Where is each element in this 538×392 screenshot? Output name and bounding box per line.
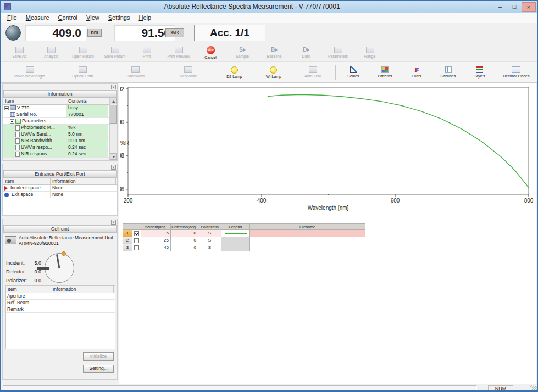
measurement-row: 1 5 0 S <box>123 230 365 237</box>
close-panel-icon[interactable]: x <box>111 165 116 170</box>
tree-row[interactable]: Parameters <box>3 118 109 125</box>
maximize-button[interactable]: □ <box>507 2 522 12</box>
filename-cell[interactable] <box>250 244 365 251</box>
menu-view[interactable]: View <box>82 13 104 23</box>
print-preview-button[interactable]: Print Preview <box>163 44 194 61</box>
print-button[interactable]: Print <box>131 44 162 61</box>
column-header-item: Item <box>3 98 66 104</box>
tree-row[interactable]: NIR Bandwidth 20.0 nm <box>3 138 109 144</box>
patterns-button[interactable]: Patterns <box>370 64 401 81</box>
filename-cell[interactable] <box>250 237 365 244</box>
save-as-button[interactable]: Save As <box>4 44 35 61</box>
incident-cell[interactable]: 25 <box>141 237 171 244</box>
menu-file[interactable]: File <box>3 13 21 23</box>
save-param-icon <box>111 47 119 53</box>
menu-bar: File Measure Control View Settings Help <box>1 13 537 23</box>
polarization-cell[interactable]: S <box>198 237 221 244</box>
tree-row[interactable]: Photometric M... %R <box>3 125 109 131</box>
cell-unit-row[interactable]: Aperture <box>6 293 115 300</box>
cell-unit-row[interactable]: Ref. Beam <box>6 300 115 306</box>
initialize-button[interactable]: Initialize <box>83 352 114 361</box>
column-header-item: Item <box>6 286 51 293</box>
scrollbar-thumb[interactable] <box>110 105 117 124</box>
move-wavelength-button[interactable]: Move Wavelength <box>4 64 56 81</box>
decimal-places-button[interactable]: Decimal Places <box>496 64 536 81</box>
gridlines-button[interactable]: Gridlines <box>433 64 464 81</box>
setting-button[interactable]: Setting... <box>83 365 114 373</box>
tree-row[interactable]: NIR respons... 0.24 sec <box>3 151 109 158</box>
menu-settings[interactable]: Settings <box>104 13 135 23</box>
close-panel-icon[interactable]: x <box>111 220 116 225</box>
resize-grip[interactable] <box>530 385 537 391</box>
row-enabled-checkbox[interactable] <box>134 238 139 243</box>
filename-cell[interactable] <box>250 230 365 237</box>
open-param-icon <box>79 47 87 53</box>
legend-header: Legend <box>221 223 250 230</box>
styles-button[interactable]: Styles <box>464 64 495 81</box>
y-tick-label: 86 <box>120 186 124 192</box>
collapse-toggle-icon[interactable] <box>10 119 14 124</box>
d2-lamp-icon <box>231 66 238 74</box>
row-number[interactable]: 2 <box>123 237 132 244</box>
scroll-down-icon[interactable] <box>110 153 117 160</box>
response-button[interactable]: Response <box>163 64 214 81</box>
polarization-cell[interactable]: S <box>198 230 221 237</box>
goniometer-diagram <box>45 253 74 283</box>
bandwidth-button[interactable]: Bandwidth <box>109 64 161 81</box>
detection-cell[interactable]: 0 <box>171 244 198 251</box>
range-button[interactable]: Range <box>354 44 385 61</box>
minimize-button[interactable]: – <box>493 2 507 12</box>
menu-control[interactable]: Control <box>54 13 82 23</box>
close-panel-icon[interactable]: x <box>111 85 116 89</box>
x-tick-label: 200 <box>124 198 133 204</box>
optical-path-button[interactable]: Optical Path <box>57 64 108 81</box>
detection-cell[interactable]: 0 <box>171 230 198 237</box>
column-header-contents: Contents <box>66 98 108 104</box>
fonts-button[interactable]: FFonts <box>401 64 432 81</box>
dark-button[interactable]: DDark <box>291 44 321 61</box>
sample-button[interactable]: SSample <box>227 44 258 61</box>
detection-cell[interactable]: 0 <box>171 237 198 244</box>
app-icon <box>4 3 11 10</box>
tree-row[interactable]: Serial No. 770001 <box>3 111 109 118</box>
cancel-button[interactable]: STOPCancel <box>195 44 226 61</box>
incident-cell[interactable]: 5 <box>141 230 171 237</box>
tree-row[interactable]: UV/Vis Band... 5.0 nm <box>3 131 109 138</box>
menu-measure[interactable]: Measure <box>21 13 54 23</box>
title-bar: Absolute Reflectance Spectra Measurement… <box>1 1 537 13</box>
range-icon <box>366 47 374 53</box>
scales-button[interactable]: Scales <box>338 64 369 81</box>
cell-unit-panel: x Cell unit Auto Absolute Reflectance Me… <box>2 219 118 380</box>
scales-icon <box>350 66 357 73</box>
row-enabled-checkbox[interactable] <box>134 231 139 236</box>
tree-row[interactable]: UV/Vis respo... 0.24 sec <box>3 144 109 151</box>
wi-lamp-button[interactable]: WI Lamp <box>254 64 292 81</box>
collapse-toggle-icon[interactable] <box>4 106 9 110</box>
row-enabled-checkbox[interactable] <box>134 245 139 250</box>
port-row[interactable]: Incident space None <box>3 185 117 192</box>
baseline-button[interactable]: BBaseline <box>259 44 290 61</box>
tree-row[interactable]: V-770 busy <box>3 105 109 111</box>
auto-zero-button[interactable]: Auto Zero <box>294 64 332 81</box>
save-param-button[interactable]: Save Param <box>99 44 130 61</box>
menu-help[interactable]: Help <box>134 13 156 23</box>
checkbox-header <box>132 223 141 230</box>
analysis-button[interactable]: Analysis <box>36 44 66 61</box>
open-param-button[interactable]: Open Param <box>68 44 98 61</box>
polarization-cell[interactable]: S <box>198 244 221 251</box>
legend-cell <box>221 237 250 244</box>
port-row[interactable]: Exit space None <box>3 192 117 198</box>
x-tick-label: 800 <box>524 198 534 204</box>
parameters-button[interactable]: Parameters <box>323 44 353 61</box>
scroll-up-icon[interactable] <box>110 98 117 104</box>
incident-cell[interactable]: 45 <box>141 244 171 251</box>
bandwidth-icon <box>131 66 140 73</box>
row-number[interactable]: 3 <box>123 244 132 251</box>
information-scrollbar[interactable] <box>109 98 117 160</box>
d2-lamp-button[interactable]: D2 Lamp <box>215 64 253 81</box>
cell-unit-row[interactable]: Remark <box>6 306 115 313</box>
close-button[interactable]: × <box>522 2 536 12</box>
row-number[interactable]: 1 <box>123 230 132 237</box>
y-tick-label: 90 <box>120 119 124 125</box>
incident-beam-icon <box>62 251 66 256</box>
